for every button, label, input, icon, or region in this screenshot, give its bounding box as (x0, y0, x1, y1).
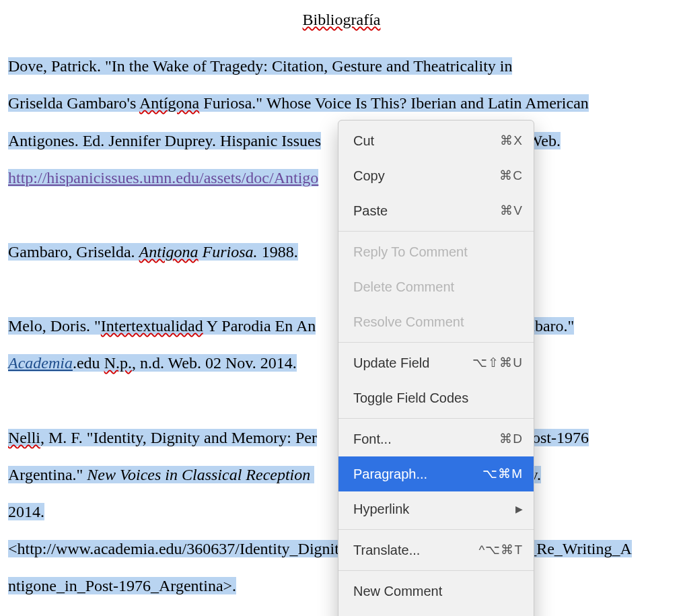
menu-item-cut[interactable]: Cut ⌘X (338, 123, 534, 158)
text-selected[interactable]: Antigones. Ed. Jennifer Duprey. Hispanic… (8, 132, 321, 149)
menu-item-services[interactable]: Services ▶ (338, 609, 534, 616)
menu-item-resolve-comment: Resolve Comment (338, 304, 534, 339)
menu-item-hyperlink[interactable]: Hyperlink ▶ (338, 491, 534, 526)
spellcheck-word[interactable]: Intertextualidad (101, 317, 203, 335)
menu-item-translate[interactable]: Translate... ^⌥⌘T (338, 533, 534, 568)
menu-item-paste[interactable]: Paste ⌘V (338, 193, 534, 228)
text-selected[interactable]: 2014. (8, 503, 44, 520)
menu-separator (338, 570, 534, 571)
spellcheck-word[interactable]: Antígona (139, 94, 199, 112)
menu-item-new-comment[interactable]: New Comment (338, 574, 534, 609)
menu-item-delete-comment: Delete Comment (338, 269, 534, 304)
spellcheck-word[interactable]: Antigona (139, 243, 199, 261)
text-selected[interactable]: Furiosa. (199, 243, 258, 261)
menu-item-toggle-field-codes[interactable]: Toggle Field Codes (338, 380, 534, 415)
menu-item-paragraph[interactable]: Paragraph... ⌥⌘M (338, 456, 534, 491)
text-selected[interactable]: Y Parodia En An (203, 317, 316, 335)
text-selected[interactable]: , M. F. "Identity, Dignity and Memory: P… (40, 429, 317, 446)
menu-item-font[interactable]: Font... ⌘D (338, 421, 534, 456)
text-selected[interactable]: ntigone_in_Post-1976_Argentina>. (8, 577, 236, 594)
text-selected[interactable]: <http://www.academia.edu/360637/Identity… (8, 540, 632, 557)
text-selected[interactable]: Argentina." (8, 466, 87, 483)
title-text: Bibliografía (303, 11, 381, 28)
document-page: Bibliografía Dove, Patrick. "In the Wake… (0, 1, 683, 616)
text-selected[interactable]: Dove, Patrick. "In the Wake of Tragedy: … (8, 57, 512, 75)
menu-separator (338, 529, 534, 530)
page-title: Bibliografía (8, 1, 675, 38)
chevron-right-icon: ▶ (515, 498, 523, 520)
text-selected[interactable]: Melo, Doris. " (8, 317, 101, 335)
menu-separator (338, 231, 534, 232)
spellcheck-word[interactable]: Nelli (8, 429, 40, 446)
text-selected[interactable]: Griselda Gambaro's (8, 94, 139, 112)
context-menu: Cut ⌘X Copy ⌘C Paste ⌘V Reply To Comment… (338, 120, 534, 616)
hyperlink[interactable]: http://hispanicissues.umn.edu/assets/doc… (8, 169, 318, 186)
text-selected[interactable]: New Voices in Classical Reception (87, 466, 314, 483)
bib-entry-4: Nelli, M. F. "Identity, Dignity and Memo… (8, 429, 632, 595)
text-selected[interactable]: , n.d. Web. 02 Nov. 2014. (132, 354, 297, 372)
menu-item-update-field[interactable]: Update Field ⌥⇧⌘U (338, 345, 534, 380)
text-selected[interactable]: Gambaro, Griselda. (8, 243, 139, 261)
spellcheck-word[interactable]: N.p. (104, 354, 132, 372)
hyperlink[interactable]: Academia (8, 354, 73, 372)
text-selected[interactable]: Furiosa." Whose Voice Is This? Iberian a… (199, 94, 589, 112)
menu-separator (338, 342, 534, 343)
text-selected[interactable]: 1988. (258, 243, 298, 261)
bib-entry-2: Gambaro, Griselda. Antigona Furiosa. 198… (8, 243, 298, 261)
menu-item-copy[interactable]: Copy ⌘C (338, 158, 534, 193)
menu-item-reply-to-comment: Reply To Comment (338, 234, 534, 269)
text-selected[interactable]: .edu (73, 354, 104, 372)
menu-separator (338, 418, 534, 419)
